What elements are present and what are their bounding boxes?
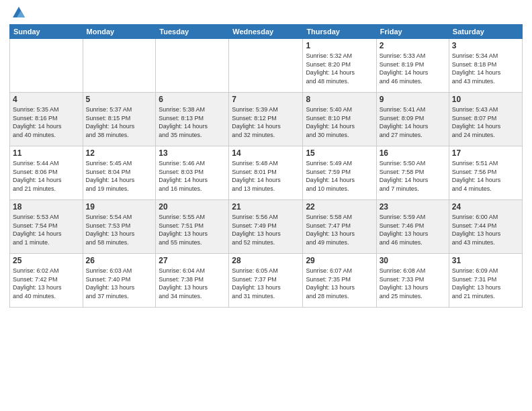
day-info: Sunrise: 5:51 AM Sunset: 7:56 PM Dayligh… (452, 159, 519, 193)
calendar-cell (156, 39, 229, 93)
calendar-cell: 10Sunrise: 5:43 AM Sunset: 8:07 PM Dayli… (449, 93, 522, 146)
calendar-week-row: 4Sunrise: 5:35 AM Sunset: 8:16 PM Daylig… (10, 93, 523, 146)
calendar-cell: 11Sunrise: 5:44 AM Sunset: 8:06 PM Dayli… (10, 146, 83, 200)
day-number: 21 (232, 202, 300, 212)
day-number: 28 (232, 256, 300, 265)
day-info: Sunrise: 5:58 AM Sunset: 7:47 PM Dayligh… (306, 213, 373, 246)
page-container: SundayMondayTuesdayWednesdayThursdayFrid… (0, 0, 532, 411)
day-info: Sunrise: 5:38 AM Sunset: 8:13 PM Dayligh… (159, 105, 226, 139)
day-info: Sunrise: 5:50 AM Sunset: 7:58 PM Dayligh… (380, 159, 446, 193)
day-number: 12 (86, 148, 153, 158)
day-info: Sunrise: 6:05 AM Sunset: 7:37 PM Dayligh… (232, 267, 300, 300)
calendar-cell: 29Sunrise: 6:07 AM Sunset: 7:35 PM Dayli… (303, 254, 376, 308)
day-info: Sunrise: 5:41 AM Sunset: 8:09 PM Dayligh… (380, 105, 446, 139)
day-number: 22 (306, 202, 373, 212)
calendar-cell (83, 39, 156, 93)
calendar-cell: 9Sunrise: 5:41 AM Sunset: 8:09 PM Daylig… (376, 93, 449, 146)
day-number: 29 (306, 256, 373, 265)
day-number: 26 (86, 256, 153, 265)
day-info: Sunrise: 5:34 AM Sunset: 8:18 PM Dayligh… (452, 52, 519, 85)
calendar-day-header: Monday (83, 25, 156, 39)
day-number: 16 (380, 148, 446, 158)
logo-icon (11, 5, 26, 20)
day-info: Sunrise: 5:46 AM Sunset: 8:03 PM Dayligh… (159, 159, 226, 193)
calendar-cell: 14Sunrise: 5:48 AM Sunset: 8:01 PM Dayli… (229, 146, 303, 200)
calendar-cell (10, 39, 83, 93)
day-number: 14 (232, 148, 300, 158)
day-number: 9 (380, 95, 446, 104)
day-info: Sunrise: 5:32 AM Sunset: 8:20 PM Dayligh… (306, 52, 373, 85)
day-info: Sunrise: 6:00 AM Sunset: 7:44 PM Dayligh… (452, 213, 519, 246)
calendar-cell: 25Sunrise: 6:02 AM Sunset: 7:42 PM Dayli… (10, 254, 83, 308)
day-info: Sunrise: 5:44 AM Sunset: 8:06 PM Dayligh… (13, 159, 80, 193)
day-info: Sunrise: 5:48 AM Sunset: 8:01 PM Dayligh… (232, 159, 300, 193)
calendar-table: SundayMondayTuesdayWednesdayThursdayFrid… (9, 24, 523, 308)
calendar-cell: 26Sunrise: 6:03 AM Sunset: 7:40 PM Dayli… (83, 254, 156, 308)
logo (9, 7, 26, 20)
calendar-cell: 31Sunrise: 6:09 AM Sunset: 7:31 PM Dayli… (449, 254, 522, 308)
day-info: Sunrise: 5:43 AM Sunset: 8:07 PM Dayligh… (452, 105, 519, 139)
calendar-cell: 17Sunrise: 5:51 AM Sunset: 7:56 PM Dayli… (449, 146, 522, 200)
calendar-cell: 18Sunrise: 5:53 AM Sunset: 7:54 PM Dayli… (10, 200, 83, 254)
day-info: Sunrise: 6:08 AM Sunset: 7:33 PM Dayligh… (380, 267, 446, 300)
day-number: 23 (380, 202, 446, 212)
day-info: Sunrise: 6:07 AM Sunset: 7:35 PM Dayligh… (306, 267, 373, 300)
day-info: Sunrise: 6:04 AM Sunset: 7:38 PM Dayligh… (159, 267, 226, 300)
day-number: 18 (13, 202, 80, 212)
calendar-cell: 12Sunrise: 5:45 AM Sunset: 8:04 PM Dayli… (83, 146, 156, 200)
calendar-cell: 8Sunrise: 5:40 AM Sunset: 8:10 PM Daylig… (303, 93, 376, 146)
calendar-day-header: Sunday (10, 25, 83, 39)
calendar-cell: 30Sunrise: 6:08 AM Sunset: 7:33 PM Dayli… (376, 254, 449, 308)
calendar-day-header: Saturday (449, 25, 522, 39)
day-info: Sunrise: 5:45 AM Sunset: 8:04 PM Dayligh… (86, 159, 153, 193)
calendar-cell: 7Sunrise: 5:39 AM Sunset: 8:12 PM Daylig… (229, 93, 303, 146)
day-number: 4 (13, 95, 80, 104)
day-info: Sunrise: 6:09 AM Sunset: 7:31 PM Dayligh… (452, 267, 519, 300)
day-info: Sunrise: 6:03 AM Sunset: 7:40 PM Dayligh… (86, 267, 153, 300)
day-number: 27 (159, 256, 226, 265)
day-info: Sunrise: 6:02 AM Sunset: 7:42 PM Dayligh… (13, 267, 80, 300)
day-number: 30 (380, 256, 446, 265)
day-number: 10 (452, 95, 519, 104)
calendar-week-row: 1Sunrise: 5:32 AM Sunset: 8:20 PM Daylig… (10, 39, 523, 93)
day-info: Sunrise: 5:56 AM Sunset: 7:49 PM Dayligh… (232, 213, 300, 246)
calendar-cell: 28Sunrise: 6:05 AM Sunset: 7:37 PM Dayli… (229, 254, 303, 308)
day-number: 5 (86, 95, 153, 104)
day-info: Sunrise: 5:37 AM Sunset: 8:15 PM Dayligh… (86, 105, 153, 139)
day-info: Sunrise: 5:35 AM Sunset: 8:16 PM Dayligh… (13, 105, 80, 139)
day-info: Sunrise: 5:40 AM Sunset: 8:10 PM Dayligh… (306, 105, 373, 139)
calendar-cell: 19Sunrise: 5:54 AM Sunset: 7:53 PM Dayli… (83, 200, 156, 254)
day-info: Sunrise: 5:54 AM Sunset: 7:53 PM Dayligh… (86, 213, 153, 246)
calendar-header-row: SundayMondayTuesdayWednesdayThursdayFrid… (10, 25, 523, 39)
day-number: 2 (380, 41, 446, 50)
calendar-day-header: Thursday (303, 25, 376, 39)
day-number: 15 (306, 148, 373, 158)
calendar-cell: 4Sunrise: 5:35 AM Sunset: 8:16 PM Daylig… (10, 93, 83, 146)
day-number: 1 (306, 41, 373, 50)
calendar-cell: 6Sunrise: 5:38 AM Sunset: 8:13 PM Daylig… (156, 93, 229, 146)
calendar-day-header: Tuesday (156, 25, 229, 39)
calendar-week-row: 11Sunrise: 5:44 AM Sunset: 8:06 PM Dayli… (10, 146, 523, 200)
day-info: Sunrise: 5:33 AM Sunset: 8:19 PM Dayligh… (380, 52, 446, 85)
calendar-cell: 2Sunrise: 5:33 AM Sunset: 8:19 PM Daylig… (376, 39, 449, 93)
calendar-cell: 20Sunrise: 5:55 AM Sunset: 7:51 PM Dayli… (156, 200, 229, 254)
calendar-cell: 5Sunrise: 5:37 AM Sunset: 8:15 PM Daylig… (83, 93, 156, 146)
day-number: 17 (452, 148, 519, 158)
day-info: Sunrise: 5:53 AM Sunset: 7:54 PM Dayligh… (13, 213, 80, 246)
day-info: Sunrise: 5:59 AM Sunset: 7:46 PM Dayligh… (380, 213, 446, 246)
day-number: 31 (452, 256, 519, 265)
calendar-cell: 13Sunrise: 5:46 AM Sunset: 8:03 PM Dayli… (156, 146, 229, 200)
day-number: 6 (159, 95, 226, 104)
day-number: 8 (306, 95, 373, 104)
day-number: 13 (159, 148, 226, 158)
day-info: Sunrise: 5:49 AM Sunset: 7:59 PM Dayligh… (306, 159, 373, 193)
calendar-cell: 15Sunrise: 5:49 AM Sunset: 7:59 PM Dayli… (303, 146, 376, 200)
calendar-cell: 24Sunrise: 6:00 AM Sunset: 7:44 PM Dayli… (449, 200, 522, 254)
day-number: 11 (13, 148, 80, 158)
day-info: Sunrise: 5:55 AM Sunset: 7:51 PM Dayligh… (159, 213, 226, 246)
day-number: 7 (232, 95, 300, 104)
calendar-week-row: 18Sunrise: 5:53 AM Sunset: 7:54 PM Dayli… (10, 200, 523, 254)
calendar-cell: 22Sunrise: 5:58 AM Sunset: 7:47 PM Dayli… (303, 200, 376, 254)
calendar-cell: 23Sunrise: 5:59 AM Sunset: 7:46 PM Dayli… (376, 200, 449, 254)
calendar-cell: 1Sunrise: 5:32 AM Sunset: 8:20 PM Daylig… (303, 39, 376, 93)
